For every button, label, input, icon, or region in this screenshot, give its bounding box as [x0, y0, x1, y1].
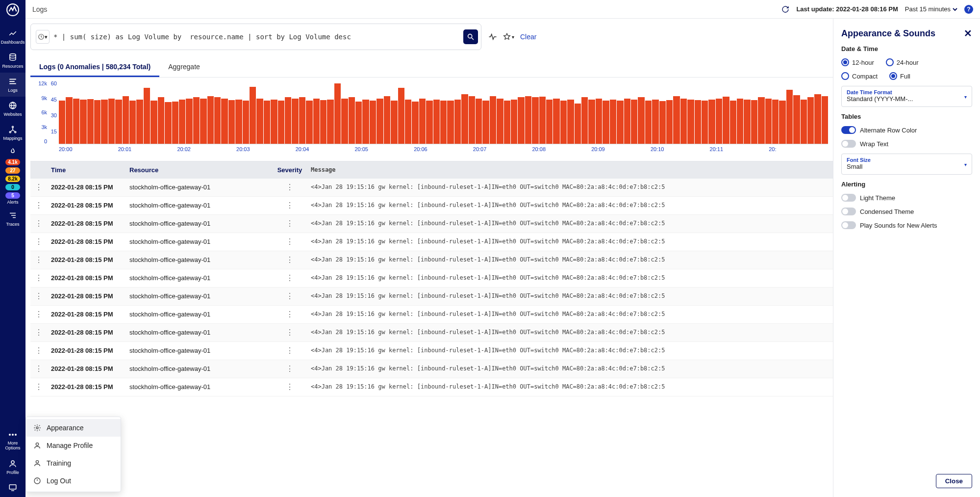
severity-menu-button[interactable]: ⋮	[286, 347, 294, 355]
chart-bar[interactable]	[391, 101, 397, 144]
chart-bar[interactable]	[546, 100, 553, 144]
nav-websites[interactable]: Websites	[0, 97, 25, 121]
chart-bar[interactable]	[461, 94, 468, 144]
row-menu-button[interactable]: ⋮	[35, 292, 43, 300]
chart-bar[interactable]	[292, 99, 298, 144]
toggle-alt-row-color[interactable]	[841, 126, 856, 134]
chart-bar[interactable]	[687, 100, 694, 144]
chart-bar[interactable]	[299, 97, 305, 144]
chart-bar[interactable]	[822, 96, 828, 144]
chart-bar[interactable]	[680, 99, 687, 144]
nav-alerts[interactable]: 4.1k 27 8.2k 0 5 Alerts	[0, 145, 25, 207]
chart-bar[interactable]	[560, 101, 567, 144]
chart-bar[interactable]	[631, 100, 637, 144]
chart-bar[interactable]	[695, 100, 701, 144]
table-row[interactable]: ⋮2022-01-28 08:15 PMstockholm-office-gat…	[30, 215, 833, 233]
chart-bar[interactable]	[617, 101, 623, 144]
chart-bar[interactable]	[476, 99, 482, 144]
chart-bar[interactable]	[243, 101, 249, 144]
chart-bar[interactable]	[334, 83, 341, 144]
th-resource[interactable]: Resource	[126, 161, 273, 179]
favorite-button[interactable]: ▾	[503, 33, 514, 41]
table-row[interactable]: ⋮2022-01-28 08:15 PMstockholm-office-gat…	[30, 179, 833, 197]
toggle-wrap-text[interactable]	[841, 140, 856, 148]
chart-bar[interactable]	[151, 101, 157, 144]
chart-bar[interactable]	[469, 96, 475, 144]
th-time[interactable]: Time	[47, 161, 126, 179]
chart-bar[interactable]	[532, 97, 538, 144]
chart-bar[interactable]	[370, 101, 376, 144]
refresh-button[interactable]	[781, 5, 789, 13]
chart-bar[interactable]	[200, 99, 206, 144]
nav-mappings[interactable]: Mappings	[0, 121, 25, 145]
row-menu-button[interactable]: ⋮	[35, 311, 43, 318]
chart-bar[interactable]	[306, 101, 312, 144]
chart-bar[interactable]	[235, 100, 242, 144]
severity-menu-button[interactable]: ⋮	[286, 383, 294, 391]
chart-bar[interactable]	[454, 100, 461, 144]
chart-bar[interactable]	[377, 99, 383, 144]
chart-bar[interactable]	[256, 99, 263, 144]
query-history-button[interactable]: ▾	[36, 30, 50, 44]
chart-bar[interactable]	[278, 101, 284, 144]
chart-bar[interactable]	[355, 102, 362, 144]
chart-bar[interactable]	[645, 101, 652, 144]
chart-bar[interactable]	[723, 97, 729, 144]
chart-bar[interactable]	[525, 96, 531, 144]
menu-manage-profile[interactable]: Manage Profile	[26, 437, 121, 454]
tab-logs[interactable]: Logs (0 Anomalies | 580,234 Total)	[30, 58, 159, 77]
severity-menu-button[interactable]: ⋮	[286, 311, 294, 318]
table-row[interactable]: ⋮2022-01-28 08:15 PMstockholm-office-gat…	[30, 342, 833, 360]
row-menu-button[interactable]: ⋮	[35, 329, 43, 337]
chart-bar[interactable]	[123, 96, 129, 144]
chart-toggle-button[interactable]	[488, 33, 497, 40]
chart-bar[interactable]	[624, 99, 630, 144]
menu-appearance[interactable]: Appearance	[26, 419, 121, 437]
nav-more-options[interactable]: More Options	[0, 426, 25, 455]
chart-bar[interactable]	[539, 97, 546, 144]
radio-full[interactable]: Full	[889, 72, 910, 80]
chart-bar[interactable]	[101, 100, 107, 144]
chart-bar[interactable]	[341, 99, 348, 144]
chart-bar[interactable]	[673, 96, 679, 144]
chart-bar[interactable]	[221, 99, 227, 144]
menu-training[interactable]: Training	[26, 454, 121, 472]
chart-bar[interactable]	[666, 100, 673, 144]
chart-bar[interactable]	[320, 100, 327, 144]
table-row[interactable]: ⋮2022-01-28 08:15 PMstockholm-office-gat…	[30, 269, 833, 288]
severity-menu-button[interactable]: ⋮	[286, 220, 294, 228]
chart-bar[interactable]	[497, 99, 503, 144]
nav-traces[interactable]: Traces	[0, 207, 25, 231]
chart-bar[interactable]	[518, 97, 524, 144]
severity-menu-button[interactable]: ⋮	[286, 274, 294, 282]
chart-bar[interactable]	[553, 99, 559, 144]
chart-bar[interactable]	[708, 100, 715, 144]
th-severity[interactable]: Severity	[273, 161, 307, 179]
chart-bar[interactable]	[179, 100, 185, 144]
chart-bar[interactable]	[271, 100, 277, 144]
chart-bar[interactable]	[779, 101, 785, 144]
row-menu-button[interactable]: ⋮	[35, 347, 43, 355]
table-row[interactable]: ⋮2022-01-28 08:15 PMstockholm-office-gat…	[30, 233, 833, 251]
chart-bar[interactable]	[87, 99, 94, 144]
chart-bar[interactable]	[419, 99, 426, 144]
chart-bar[interactable]	[207, 96, 214, 144]
chart-bar[interactable]	[807, 97, 814, 144]
row-menu-button[interactable]: ⋮	[35, 383, 43, 391]
chart-bar[interactable]	[327, 100, 333, 144]
chart-bar[interactable]	[158, 97, 164, 144]
chart-bar[interactable]	[250, 87, 256, 144]
chart-bar[interactable]	[115, 100, 122, 144]
radio-compact[interactable]: Compact	[841, 72, 878, 80]
chart-bar[interactable]	[313, 99, 320, 144]
row-menu-button[interactable]: ⋮	[35, 238, 43, 246]
help-button[interactable]: ?	[964, 5, 973, 14]
table-row[interactable]: ⋮2022-01-28 08:15 PMstockholm-office-gat…	[30, 360, 833, 378]
chart-bar[interactable]	[193, 97, 200, 144]
clear-button[interactable]: Clear	[520, 33, 536, 41]
table-row[interactable]: ⋮2022-01-28 08:15 PMstockholm-office-gat…	[30, 306, 833, 324]
chart-bar[interactable]	[285, 97, 291, 144]
radio-12-hour[interactable]: 12-hour	[841, 58, 874, 66]
chart-bar[interactable]	[786, 90, 793, 144]
severity-menu-button[interactable]: ⋮	[286, 238, 294, 246]
